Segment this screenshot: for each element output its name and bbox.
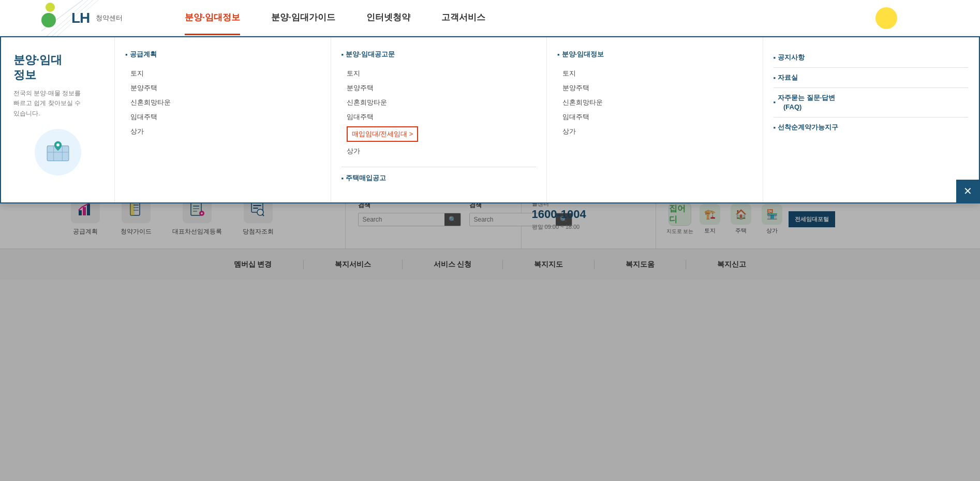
menu-info-sinhon[interactable]: 신혼희망타운: [557, 95, 752, 110]
logo-area[interactable]: LH 청약센터: [41, 8, 123, 28]
menu-info-imdae[interactable]: 임대주택: [557, 110, 752, 124]
menu-supply-shop[interactable]: 상가: [125, 124, 320, 139]
footer-nav: 멤버십 변경 복지서비스 서비스 신청 복지지도 복지도움 복지신고: [0, 249, 980, 280]
logo-lh-text: LH: [71, 10, 90, 26]
mega-intro-col: 분양·임대정보 전국의 분양·매물 정보를빠르고 쉽게 찾아보실 수있습니다.: [1, 37, 115, 202]
nav-link-bunyang[interactable]: 분양·임대정보: [185, 1, 240, 35]
mega-close-button[interactable]: ✕: [956, 180, 979, 202]
menu-notice-sinhon[interactable]: 신혼희망타운: [341, 95, 537, 110]
svg-rect-10: [83, 207, 86, 215]
menu-notice-land[interactable]: 토지: [341, 66, 537, 81]
menu-info-apt[interactable]: 분양주택: [557, 81, 752, 95]
contact-number: 1600-1004: [532, 208, 645, 221]
loc-shop-label: 상가: [766, 227, 778, 235]
menu-supply-land[interactable]: 토지: [125, 66, 320, 81]
mega-col-info: 분양·임대정보 토지 분양주택 신혼희망타운 임대주택 상가: [547, 37, 763, 202]
search-row-1: 🔍: [358, 213, 461, 226]
menu-notice-imdae[interactable]: 임대주택: [341, 110, 537, 124]
mega-col-info-header: 분양·임대정보: [557, 50, 752, 59]
footer-nav-welfare[interactable]: 복지서비스: [304, 260, 403, 269]
deco-yellow-circle: [875, 7, 897, 29]
menu-info-land[interactable]: 토지: [557, 66, 752, 81]
loc-shop-icon: 🏪: [762, 204, 782, 225]
menu-supply-imdae[interactable]: 임대주택: [125, 110, 320, 124]
menu-misc-data[interactable]: ▪ 자료실: [774, 70, 969, 85]
svg-rect-9: [79, 210, 82, 215]
loc-house[interactable]: 🏠 주택: [731, 204, 751, 235]
nav-link-customer[interactable]: 고객서비스: [441, 1, 485, 34]
mega-col-purchase-header: 주택매입공고: [341, 173, 537, 183]
menu-misc-faq[interactable]: ▪ 자주묻는 질문·답변 (FAQ): [774, 90, 969, 115]
logo-subtitle-text: 청약센터: [96, 13, 123, 23]
menu-misc-firstcome[interactable]: ▪ 선착순계약가능지구: [774, 120, 969, 135]
menu-notice-shop[interactable]: 상가: [341, 144, 537, 158]
svg-rect-27: [253, 205, 261, 206]
footer-nav-report[interactable]: 복지신고: [686, 260, 777, 269]
mega-intro-title: 분양·임대정보: [13, 53, 102, 82]
mega-col-supply: 공급계획 토지 분양주택 신혼희망타운 임대주택 상가: [115, 37, 331, 202]
main-nav: 분양·임대정보 분양·임대가이드 인터넷청약 고객서비스: [185, 1, 485, 35]
footer-nav-map[interactable]: 복지지도: [503, 260, 595, 269]
nav-link-guide[interactable]: 분양·임대가이드: [271, 1, 335, 34]
menu-notice-maeiblim[interactable]: 매입임대/전세임대 >: [347, 126, 419, 142]
footer-nav-membership[interactable]: 멤버십 변경: [203, 260, 304, 269]
location-icons: 🏗️ 토지 🏠 주택 🏪 상가: [700, 204, 782, 235]
svg-rect-28: [253, 208, 258, 209]
loc-house-label: 주택: [735, 227, 747, 235]
nav-item-bunyang[interactable]: 분양·임대정보: [185, 1, 240, 35]
search-input-1[interactable]: [359, 213, 444, 226]
loc-land-icon: 🏗️: [700, 204, 720, 225]
svg-rect-11: [87, 204, 90, 215]
loc-house-icon: 🏠: [731, 204, 751, 225]
footer-nav-help[interactable]: 복지도움: [595, 260, 686, 269]
mega-intro-desc: 전국의 분양·매물 정보를빠르고 쉽게 찾아보실 수있습니다.: [13, 89, 102, 119]
quick-check-label: 당첨자조회: [243, 227, 274, 236]
header: LH 청약센터 분양·임대정보 분양·임대가이드 인터넷청약 고객서비스: [0, 0, 980, 36]
menu-misc-notice[interactable]: ▪ 공지사항: [774, 50, 969, 65]
mega-dropdown: 분양·임대정보 전국의 분양·매물 정보를빠르고 쉽게 찾아보실 수있습니다. …: [0, 36, 980, 203]
mega-col-supply-header: 공급계획: [125, 50, 320, 59]
mega-map-icon: [35, 129, 81, 176]
mega-col-notice-header: 분양·임대공고문: [341, 50, 537, 59]
menu-supply-sinhon[interactable]: 신혼희망타운: [125, 95, 320, 110]
quick-register-label: 대표차선임계등록: [172, 227, 222, 236]
loc-land-label: 토지: [704, 227, 716, 235]
svg-rect-13: [130, 202, 135, 215]
loc-shop[interactable]: 🏪 상가: [762, 204, 782, 235]
footer-nav-service[interactable]: 서비스 신청: [403, 260, 503, 269]
loc-land[interactable]: 🏗️ 토지: [700, 204, 720, 235]
nav-link-internet[interactable]: 인터넷청약: [366, 1, 410, 34]
nav-item-guide[interactable]: 분양·임대가이드: [271, 1, 335, 35]
svg-point-8: [56, 143, 60, 147]
search-button-1[interactable]: 🔍: [444, 213, 461, 226]
nav-item-internet[interactable]: 인터넷청약: [366, 1, 410, 35]
svg-line-26: [262, 214, 264, 216]
mega-col-misc: ▪ 공지사항 ▪ 자료실 ▪ 자주묻는 질문·답변 (FAQ) ▪ 선착순계약가…: [763, 37, 979, 202]
menu-info-shop[interactable]: 상가: [557, 124, 752, 139]
jeonse-portal-btn[interactable]: 전세임대포털: [789, 211, 835, 227]
menu-notice-apt[interactable]: 분양주택: [341, 81, 537, 95]
quick-guide-label: 청약가이드: [121, 227, 152, 236]
quick-supply-label: 공급계획: [73, 227, 98, 236]
nav-item-customer[interactable]: 고객서비스: [441, 1, 485, 35]
mega-col-notice: 분양·임대공고문 토지 분양주택 신혼희망타운 임대주택 매입임대/전세임대 >…: [331, 37, 547, 202]
jibeo-logo[interactable]: 집어디 지도로 보는: [666, 203, 694, 235]
menu-supply-apt[interactable]: 분양주택: [125, 81, 320, 95]
contact-hours: 평일 09:00 ~ 18:00: [532, 223, 645, 231]
